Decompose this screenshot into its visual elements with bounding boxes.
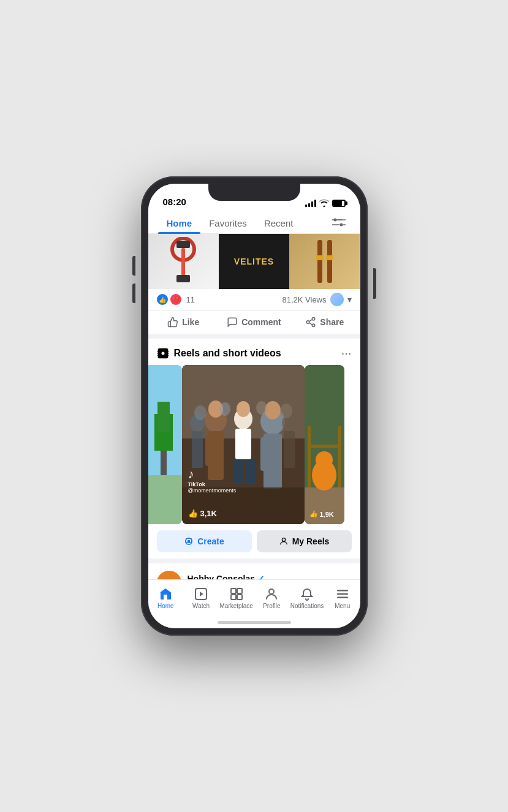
comment-button[interactable]: Comment (219, 312, 289, 333)
svg-rect-79 (337, 590, 348, 592)
tiktok-user: @momentmoments (188, 487, 237, 494)
nav-watch[interactable]: Watch (183, 584, 219, 612)
svg-line-18 (309, 320, 313, 321)
svg-rect-36 (205, 435, 213, 466)
reels-icon (157, 347, 169, 359)
reel-video-frame (182, 365, 305, 524)
reels-title: Reels and short videos (157, 347, 281, 359)
svg-rect-59 (305, 487, 344, 524)
reel-right[interactable]: 👍 1,9K (305, 365, 344, 524)
svg-rect-9 (176, 241, 190, 248)
svg-point-3 (339, 224, 343, 227)
like-button[interactable]: Like (148, 312, 219, 333)
reels-scroll[interactable]: ♪ TikTok @momentmoments 👍 3,1K (148, 365, 360, 524)
svg-rect-24 (167, 350, 169, 351)
svg-rect-64 (308, 445, 341, 448)
svg-marker-73 (200, 592, 203, 596)
product-image-3 (289, 234, 360, 289)
nav-home[interactable]: Home (148, 584, 184, 612)
wifi-icon (319, 199, 329, 207)
svg-point-55 (256, 401, 267, 415)
svg-rect-47 (273, 437, 281, 471)
nav-profile[interactable]: Profile (254, 584, 290, 612)
phone-device: 08:20 Home Favor (141, 176, 368, 636)
svg-rect-81 (337, 597, 348, 599)
nav-tabs: Home Favorites Recent (148, 211, 360, 234)
nav-notifications-label: Notifications (290, 603, 324, 609)
tiktok-badge: ♪ TikTok @momentmoments (188, 467, 237, 494)
svg-point-48 (265, 401, 281, 419)
share-button[interactable]: Share (289, 312, 360, 333)
power-button[interactable] (373, 268, 376, 299)
signal-bar-4 (314, 200, 316, 207)
viewer-avatar (330, 293, 344, 306)
svg-rect-46 (260, 437, 268, 471)
signal-bar-3 (311, 201, 313, 207)
svg-rect-42 (245, 460, 255, 484)
nav-marketplace-label: Marketplace (219, 603, 252, 609)
svg-rect-12 (316, 255, 324, 260)
svg-point-68 (282, 538, 285, 541)
notch (208, 184, 300, 201)
like-reaction: 👍 (157, 294, 168, 305)
svg-rect-69 (157, 571, 181, 579)
watch-icon (194, 587, 208, 601)
svg-rect-80 (337, 593, 348, 595)
reel-main-likes: 👍 3,1K (188, 509, 217, 518)
tab-home[interactable]: Home (158, 213, 201, 233)
signal-bar-2 (308, 203, 310, 207)
filter-button[interactable] (327, 214, 351, 233)
phone-screen: 08:20 Home Favor (148, 184, 360, 628)
signal-icon (305, 200, 316, 207)
svg-rect-50 (192, 431, 203, 468)
reel-right-likes: 👍 (309, 510, 318, 518)
svg-point-20 (161, 351, 164, 355)
create-reel-button[interactable]: Create (157, 530, 252, 552)
product-image-1 (148, 234, 219, 289)
tiktok-logo: ♪ (188, 467, 237, 481)
svg-rect-52 (284, 431, 295, 468)
svg-rect-74 (231, 588, 236, 593)
status-icons (305, 199, 346, 207)
svg-rect-40 (235, 429, 251, 459)
velites-label: VELITES (234, 257, 274, 266)
nav-marketplace[interactable]: Marketplace (219, 584, 254, 612)
home-indicator (148, 616, 360, 628)
hobby-post: H Hobby Consolas ✓ 17h · 🌐 (148, 563, 360, 579)
volume-down-button[interactable] (132, 284, 135, 303)
battery-icon (332, 200, 346, 207)
volume-up-button[interactable] (132, 256, 135, 276)
tab-recent[interactable]: Recent (256, 213, 302, 233)
hobby-author-info: Hobby Consolas ✓ 17h · 🌐 (188, 574, 322, 579)
reactions-row: 👍 ❤️ 11 81,2K Views ▾ (148, 289, 360, 310)
svg-line-17 (309, 323, 313, 325)
svg-rect-71 (164, 595, 167, 600)
svg-point-43 (237, 401, 250, 417)
dropdown-icon: ▾ (347, 295, 352, 304)
my-reels-button[interactable]: My Reels (257, 530, 352, 552)
svg-point-56 (219, 402, 230, 416)
reel-main[interactable]: ♪ TikTok @momentmoments 👍 3,1K (182, 365, 305, 524)
nav-notifications[interactable]: Notifications (289, 584, 325, 612)
action-buttons: Like Comment Share (148, 310, 360, 334)
verified-badge: ✓ (257, 574, 265, 579)
svg-rect-21 (157, 350, 159, 351)
svg-rect-75 (237, 588, 242, 593)
svg-rect-76 (231, 595, 236, 600)
svg-rect-11 (327, 240, 332, 283)
tab-favorites[interactable]: Favorites (200, 213, 256, 233)
person-icon (279, 536, 289, 546)
reels-actions: Create My Reels (148, 524, 360, 558)
tiktok-brand: TikTok (188, 481, 237, 487)
reel-left[interactable] (148, 365, 182, 524)
notifications-icon (300, 587, 314, 601)
svg-rect-31 (157, 402, 170, 432)
svg-rect-28 (148, 475, 182, 524)
battery-fill (333, 201, 342, 206)
reels-more-button[interactable]: ··· (341, 346, 352, 360)
svg-rect-25 (167, 353, 169, 354)
svg-rect-77 (237, 595, 242, 600)
svg-rect-26 (167, 355, 169, 356)
hobby-author-name: Hobby Consolas ✓ (188, 574, 322, 579)
nav-menu[interactable]: Menu (325, 584, 360, 612)
